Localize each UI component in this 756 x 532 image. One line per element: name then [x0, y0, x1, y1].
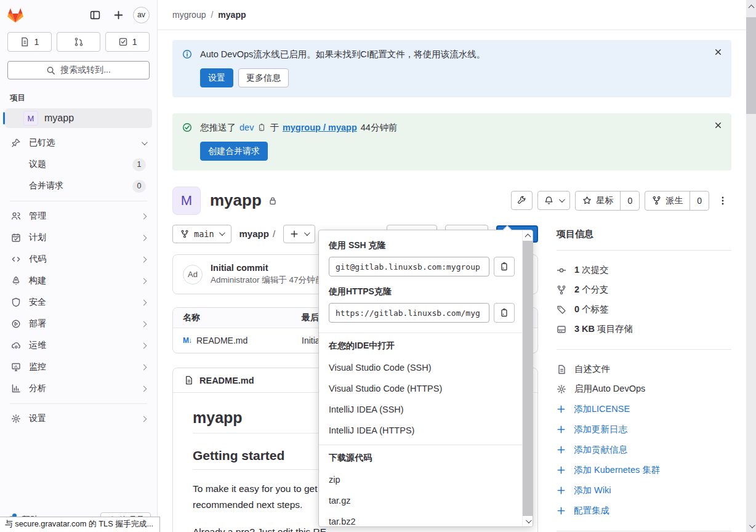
fork-button[interactable]: 派生 0 — [645, 191, 709, 211]
ssh-clone-url-input[interactable] — [329, 257, 489, 276]
gear-icon — [557, 384, 566, 394]
breadcrumb: mygroup / myapp — [158, 0, 746, 30]
dropdown-scrollbar[interactable] — [522, 230, 533, 526]
configure-integrations-link[interactable]: 配置集成 — [557, 501, 731, 521]
https-clone-url-input[interactable] — [329, 303, 489, 323]
close-icon[interactable] — [714, 121, 723, 130]
plus-icon — [557, 486, 566, 495]
gitlab-logo-icon[interactable] — [7, 7, 23, 23]
menu-item-download-targz[interactable]: tar.gz — [319, 490, 522, 511]
sidebar-item-manage[interactable]: 管理 — [5, 206, 152, 226]
banner-message: Auto DevOps流水线已启用。如果未找到CI配置文件，将使用该流水线。 — [200, 49, 485, 60]
tags-stat[interactable]: 0 个标签 — [557, 300, 731, 320]
plus-icon — [557, 506, 566, 515]
auto-devops-feature-link[interactable]: 启用Auto DevOps — [557, 379, 731, 399]
breadcrumb-group-link[interactable]: mygroup — [172, 10, 206, 20]
sidebar-toggle-icon[interactable] — [86, 6, 103, 23]
menu-item-download-zip[interactable]: zip — [319, 469, 522, 490]
merge-requests-count-button[interactable] — [57, 32, 101, 52]
copy-ssh-url-button[interactable] — [494, 257, 515, 276]
commits-stat[interactable]: 1 次提交 — [557, 260, 731, 280]
sidebar-item-operate[interactable]: 运维 — [5, 336, 152, 355]
branches-stat[interactable]: 2 个分支 — [557, 280, 731, 300]
create-merge-request-button[interactable]: 创建合并请求 — [200, 142, 268, 161]
file-icon — [557, 365, 566, 374]
sidebar-item-plan[interactable]: 计划 — [5, 228, 152, 248]
user-avatar[interactable]: av — [133, 7, 150, 23]
add-changelog-link[interactable]: 添加更新日志 — [557, 419, 731, 440]
todos-count-button[interactable]: 1 — [105, 32, 150, 52]
copy-icon[interactable] — [257, 123, 266, 132]
readme-filename[interactable]: README.md — [199, 376, 254, 385]
merge-request-icon — [74, 37, 84, 47]
scroll-down-icon[interactable] — [523, 516, 533, 526]
sidebar-item-secure[interactable]: 安全 — [5, 292, 152, 312]
rocket-icon — [11, 276, 21, 286]
scroll-up-icon[interactable] — [746, 1, 756, 11]
copy-https-url-button[interactable] — [494, 303, 515, 323]
notifications-button[interactable] — [537, 191, 570, 210]
auto-devops-banner: Auto DevOps流水线已启用。如果未找到CI配置文件，将使用该流水线。 设… — [172, 40, 731, 97]
page-title: myapp — [210, 191, 262, 210]
readme-feature-link[interactable]: 自述文件 — [557, 360, 731, 379]
sidebar-item-deploy[interactable]: 部署 — [5, 314, 152, 334]
create-new-icon[interactable] — [110, 6, 127, 23]
branch-link[interactable]: dev — [239, 123, 254, 132]
chevron-right-icon — [141, 213, 147, 219]
breadcrumb-project-link[interactable]: myapp — [218, 10, 246, 20]
menu-item-vscode-ssh[interactable]: Visual Studio Code (SSH) — [319, 357, 522, 378]
sidebar-item-build[interactable]: 构建 — [5, 271, 152, 291]
fork-icon — [652, 196, 661, 205]
storage-stat[interactable]: 3 KB 项目存储 — [557, 320, 731, 339]
star-button[interactable]: 星标 0 — [575, 191, 640, 211]
close-icon[interactable] — [714, 47, 723, 57]
scrollbar-thumb[interactable] — [523, 241, 533, 516]
menu-item-intellij-ssh[interactable]: IntelliJ IDEA (SSH) — [319, 399, 522, 420]
https-clone-label: 使用HTTPS克隆 — [319, 283, 522, 303]
admin-wrench-button[interactable] — [511, 191, 533, 210]
users-icon — [11, 211, 21, 221]
sidebar-section-label: 项目 — [10, 93, 147, 103]
shield-icon — [11, 297, 21, 307]
search-input[interactable]: 搜索或转到... — [7, 61, 150, 79]
commit-title[interactable]: Initial commit — [211, 263, 323, 273]
push-message: 您推送了 dev 于 mygroup / myapp 44分钟前 — [200, 122, 397, 134]
more-actions-icon[interactable] — [714, 193, 731, 208]
scroll-up-icon[interactable] — [523, 230, 533, 241]
devops-more-info-button[interactable]: 更多信息 — [238, 68, 289, 87]
issues-count-button[interactable]: 1 — [7, 32, 52, 52]
sidebar-item-analyze[interactable]: 分析 — [5, 379, 152, 398]
sidebar-item-settings[interactable]: 设置 — [5, 409, 152, 429]
sidebar-item-code[interactable]: 代码 — [5, 249, 152, 269]
add-license-link[interactable]: 添加LICENSE — [557, 399, 731, 419]
chevron-right-icon — [141, 364, 147, 370]
menu-item-intellij-https[interactable]: IntelliJ IDEA (HTTPS) — [319, 420, 522, 441]
plus-icon — [557, 465, 566, 475]
divider — [319, 332, 522, 333]
devops-settings-button[interactable]: 设置 — [200, 68, 233, 87]
sidebar-item-monitor[interactable]: 监控 — [5, 357, 152, 377]
add-file-button[interactable] — [283, 225, 315, 243]
file-commit-message[interactable]: Initia — [302, 336, 320, 345]
page-scrollbar[interactable] — [746, 0, 756, 532]
branch-selector[interactable]: main — [172, 225, 231, 243]
star-count: 0 — [620, 191, 639, 210]
sidebar-item-project-myapp[interactable]: M myapp — [5, 108, 152, 128]
sidebar-item-merge-requests[interactable]: 合并请求 0 — [5, 176, 152, 196]
menu-item-download-tarbz2[interactable]: tar.bz2 — [319, 511, 522, 526]
sidebar-item-issues[interactable]: 议题 1 — [5, 155, 152, 174]
deploy-icon — [11, 319, 21, 329]
branch-icon — [557, 285, 566, 295]
repo-path[interactable]: myapp/ — [239, 228, 276, 239]
sidebar-item-pinned[interactable]: 已钉选 — [5, 133, 152, 153]
add-kubernetes-link[interactable]: 添加 Kubernetes 集群 — [557, 460, 731, 480]
chevron-right-icon — [141, 235, 147, 241]
scroll-down-icon[interactable] — [746, 521, 756, 531]
scrollbar-thumb[interactable] — [746, 17, 756, 114]
add-wiki-link[interactable]: 添加 Wiki — [557, 480, 731, 501]
plus-icon — [290, 230, 299, 238]
issues-badge: 1 — [132, 158, 146, 171]
repo-link[interactable]: mygroup / myapp — [283, 123, 357, 132]
add-contributing-link[interactable]: 添加贡献信息 — [557, 440, 731, 460]
menu-item-vscode-https[interactable]: Visual Studio Code (HTTPS) — [319, 378, 522, 399]
